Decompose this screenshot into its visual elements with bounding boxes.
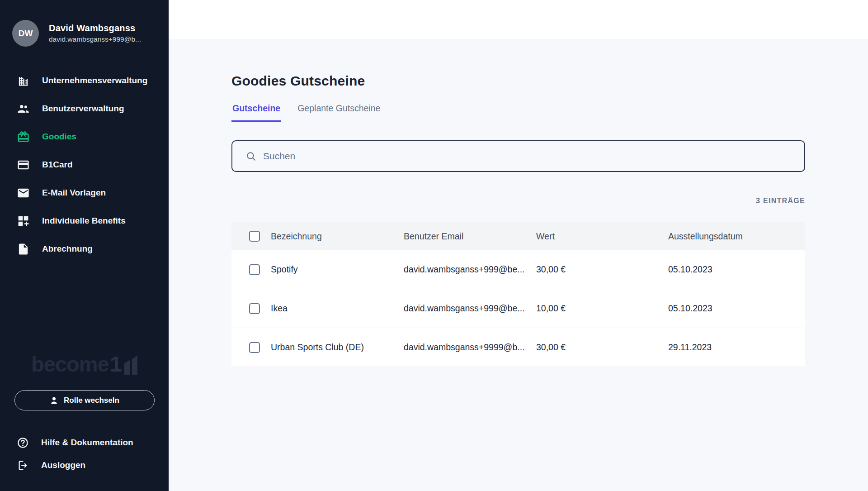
main-area: Goodies Gutscheine Gutscheine Geplante G…: [169, 0, 868, 491]
logout-link[interactable]: Ausloggen: [0, 454, 169, 477]
logo-bar-icon: [124, 360, 130, 375]
table-row[interactable]: Urban Sports Club (DE) david.wambsganss+…: [231, 328, 805, 367]
sidebar-item-label: B1Card: [42, 160, 73, 170]
user-meta: David Wambsganss david.wambsganss+999@b.…: [49, 23, 141, 43]
sidebar-item-email-vorlagen[interactable]: E-Mail Vorlagen: [0, 179, 169, 207]
user-email: david.wambsganss+999@b...: [49, 35, 141, 43]
help-circle-icon: [17, 437, 29, 449]
table-header-row: Bezeichnung Benutzer Email Wert Ausstell…: [231, 222, 805, 250]
cell-bezeichnung: Spotify: [271, 264, 404, 275]
sidebar-item-label: E-Mail Vorlagen: [42, 188, 106, 198]
tab-gutscheine[interactable]: Gutscheine: [231, 103, 281, 122]
cell-benutzer-email: david.wambsganss+999@be...: [404, 303, 536, 314]
switch-role-label: Rolle wechseln: [64, 396, 119, 405]
cell-ausstellungsdatum: 05.10.2023: [668, 303, 805, 314]
sidebar-item-goodies[interactable]: Goodies: [0, 123, 169, 151]
sidebar-nav: Unternehmensverwaltung Benutzerverwaltun…: [0, 67, 169, 263]
sidebar-item-abrechnung[interactable]: Abrechnung: [0, 235, 169, 263]
row-checkbox[interactable]: [249, 264, 260, 275]
column-header-ausstellungsdatum: Ausstellungsdatum: [668, 231, 805, 242]
sidebar-item-label: Unternehmensverwaltung: [42, 76, 147, 86]
gift-icon: [17, 130, 30, 143]
sidebar-item-individuelle-benefits[interactable]: Individuelle Benefits: [0, 207, 169, 235]
top-white-strip: [169, 0, 868, 39]
benefits-grid-icon: [17, 215, 30, 228]
mail-icon: [17, 186, 30, 200]
avatar: DW: [12, 20, 39, 47]
page-title: Goodies Gutscheine: [231, 73, 805, 89]
switch-role-button[interactable]: Rolle wechseln: [14, 390, 155, 410]
help-documentation-link[interactable]: Hilfe & Dokumentation: [0, 431, 169, 454]
row-checkbox[interactable]: [249, 342, 260, 353]
logo-bar-icon: [132, 355, 137, 375]
credit-card-icon: [17, 158, 30, 172]
logo-wordmark: become: [31, 353, 109, 375]
help-documentation-label: Hilfe & Dokumentation: [41, 438, 133, 448]
tab-geplante-gutscheine[interactable]: Geplante Gutscheine: [297, 103, 381, 122]
tab-bar: Gutscheine Geplante Gutscheine: [231, 103, 805, 122]
cell-ausstellungsdatum: 29.11.2023: [668, 342, 805, 353]
app-root: DW David Wambsganss david.wambsganss+999…: [0, 0, 868, 491]
row-checkbox[interactable]: [249, 303, 260, 314]
column-header-wert: Wert: [536, 231, 668, 242]
sidebar-item-label: Individuelle Benefits: [42, 216, 126, 226]
cell-wert: 10,00 €: [536, 303, 668, 314]
cell-benutzer-email: david.wambsganss+9999@b...: [404, 342, 536, 353]
user-name: David Wambsganss: [49, 23, 141, 33]
cell-ausstellungsdatum: 05.10.2023: [668, 264, 805, 275]
entries-count: 3 EINTRÄGE: [231, 197, 805, 205]
sidebar-item-b1card[interactable]: B1Card: [0, 151, 169, 179]
become1-logo: become1: [0, 353, 169, 375]
search-icon: [245, 151, 257, 162]
sidebar-item-label: Goodies: [42, 132, 76, 142]
table-row[interactable]: Spotify david.wambsganss+999@be... 30,00…: [231, 250, 805, 289]
cell-bezeichnung: Urban Sports Club (DE): [271, 342, 404, 353]
users-icon: [17, 102, 30, 115]
cell-benutzer-email: david.wambsganss+999@be...: [404, 264, 536, 275]
sidebar-footer-links: Hilfe & Dokumentation Ausloggen: [0, 431, 169, 491]
person-icon: [49, 396, 59, 405]
search-input[interactable]: [263, 141, 804, 171]
user-profile[interactable]: DW David Wambsganss david.wambsganss+999…: [0, 0, 169, 47]
sidebar: DW David Wambsganss david.wambsganss+999…: [0, 0, 169, 491]
sidebar-spacer: [0, 263, 169, 353]
cell-wert: 30,00 €: [536, 342, 668, 353]
select-all-checkbox[interactable]: [249, 231, 260, 242]
cell-bezeichnung: Ikea: [271, 303, 404, 314]
sidebar-item-label: Abrechnung: [42, 244, 93, 254]
logout-label: Ausloggen: [41, 460, 85, 470]
column-header-benutzer-email: Benutzer Email: [404, 231, 536, 242]
sidebar-item-label: Benutzerverwaltung: [42, 104, 124, 114]
column-header-bezeichnung: Bezeichnung: [271, 231, 404, 242]
document-icon: [17, 243, 30, 256]
logout-icon: [17, 459, 29, 472]
logo-numeral: 1: [110, 353, 122, 375]
search-box[interactable]: [231, 140, 805, 172]
vouchers-table: Bezeichnung Benutzer Email Wert Ausstell…: [231, 222, 805, 367]
building-icon: [17, 74, 30, 87]
cell-wert: 30,00 €: [536, 264, 668, 275]
content-container: Goodies Gutscheine Gutscheine Geplante G…: [231, 39, 805, 367]
table-row[interactable]: Ikea david.wambsganss+999@be... 10,00 € …: [231, 289, 805, 328]
sidebar-item-unternehmensverwaltung[interactable]: Unternehmensverwaltung: [0, 67, 169, 95]
sidebar-item-benutzerverwaltung[interactable]: Benutzerverwaltung: [0, 95, 169, 123]
